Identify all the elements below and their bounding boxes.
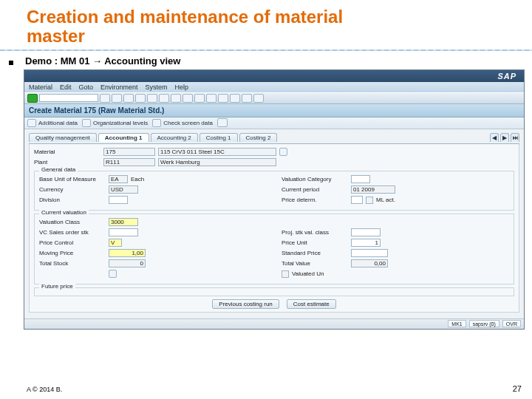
command-field[interactable] <box>39 94 98 102</box>
pvc-label: Proj. stk val. class <box>282 229 348 236</box>
punit-label: Price Unit <box>282 239 348 246</box>
mlact-label: ML act. <box>376 197 395 203</box>
sap-titlebar: SAP <box>24 70 524 82</box>
pctl-field[interactable]: V <box>109 239 122 247</box>
help-icon[interactable] <box>253 94 264 103</box>
vclass-field[interactable]: 3000 <box>109 218 138 226</box>
tab-costing2[interactable]: Costing 2 <box>239 133 278 142</box>
org-levels-button[interactable]: Organizational levels <box>82 119 148 127</box>
tab-costing1[interactable]: Costing 1 <box>200 133 238 142</box>
material-field[interactable]: 175 <box>103 148 155 156</box>
mprice-field[interactable]: 1,00 <box>109 249 146 257</box>
material-label: Material <box>34 149 100 155</box>
sprice-label: Standard Price <box>282 250 348 256</box>
newsession-icon[interactable] <box>230 94 240 103</box>
screen-title: Create Material 175 (Raw Material Std.) <box>24 104 524 117</box>
sap-standard-toolbar <box>24 92 524 104</box>
curper-label: Current period <box>282 186 348 193</box>
vcso-label: VC Sales order stk <box>39 229 106 236</box>
tval-field: 0,00 <box>351 259 388 267</box>
sprice-field[interactable] <box>351 249 388 257</box>
mlact-checkbox[interactable] <box>366 197 373 204</box>
buom-field[interactable]: EA <box>109 175 128 183</box>
pricedet-field[interactable] <box>351 196 363 204</box>
menu-material[interactable]: Material <box>29 83 52 91</box>
sap-body: Quality management Accounting 1 Accounti… <box>24 129 524 318</box>
menu-goto[interactable]: Goto <box>79 83 94 91</box>
find-icon[interactable] <box>159 94 169 103</box>
firstpage-icon[interactable] <box>183 94 193 103</box>
title-underline <box>0 50 532 51</box>
doc-icon <box>27 119 36 127</box>
plant-desc: Werk Hamburg <box>158 158 276 166</box>
current-valuation-group: Current valuation Valuation Class3000 VC… <box>34 214 514 284</box>
slide-title-line1: Creation and maintenance of material <box>27 7 343 27</box>
pvc-field[interactable] <box>351 228 381 236</box>
findnext-icon[interactable] <box>171 94 181 103</box>
sap-app-toolbar: Additional data Organizational levels Ch… <box>24 117 524 129</box>
menu-help[interactable]: Help <box>175 83 189 91</box>
save-icon[interactable] <box>100 94 110 103</box>
enter-icon[interactable] <box>27 94 38 103</box>
tab-scroll-end[interactable]: ⏭ <box>511 133 519 142</box>
layout-icon[interactable] <box>242 94 252 103</box>
slide-title-line2: master <box>27 26 85 46</box>
general-data-title: General data <box>39 166 78 173</box>
tab-scroll-left[interactable]: ◀ <box>490 133 499 142</box>
lastpage-icon[interactable] <box>218 94 228 103</box>
division-field[interactable] <box>109 196 128 204</box>
tabstrip: Quality management Accounting 1 Accounti… <box>29 132 519 144</box>
prev-costing-run-button[interactable]: Previous costing run <box>212 299 279 309</box>
info-button[interactable] <box>217 118 228 127</box>
status-server: sapsrv (0) <box>469 320 499 327</box>
pricedet-label: Price determ. <box>282 197 348 203</box>
pctl-label: Price Control <box>39 239 106 246</box>
material-desc: 115 CrV3 011 Steel 15C <box>158 148 276 156</box>
buom-label: Base Unit of Measure <box>39 176 106 183</box>
vclass-label: Valuation Class <box>39 219 106 225</box>
future-price-title: Future price <box>39 283 75 290</box>
cost-estimate-button[interactable]: Cost estimate <box>287 299 336 309</box>
punit-field[interactable]: 1 <box>351 239 381 247</box>
tstock-label: Total Stock <box>39 260 106 267</box>
sap-statusbar: MK1 sapsrv (0) OVR <box>24 318 524 329</box>
expand-icon[interactable] <box>109 270 117 278</box>
exit-icon[interactable] <box>123 94 134 103</box>
print-icon[interactable] <box>147 94 157 103</box>
tab-scroll-right[interactable]: ▶ <box>500 133 509 142</box>
curper-field: 01 2009 <box>351 185 395 194</box>
nextpage-icon[interactable] <box>206 94 216 103</box>
cancel-icon[interactable] <box>135 94 146 103</box>
valcat-field[interactable] <box>351 175 370 183</box>
tab-accounting2[interactable]: Accounting 2 <box>151 133 198 142</box>
tval-label: Total Value <box>282 260 348 267</box>
plant-field[interactable]: R111 <box>103 158 155 166</box>
tab-quality-mgmt[interactable]: Quality management <box>29 133 97 142</box>
valcat-label: Valuation Category <box>282 176 348 183</box>
valun-checkbox[interactable] <box>282 270 289 278</box>
additional-data-button[interactable]: Additional data <box>27 119 78 127</box>
slide-footer: A © 2014 B. <box>27 386 62 393</box>
mprice-label: Moving Price <box>39 250 106 256</box>
sap-window: SAP Material Edit Goto Environment Syste… <box>24 69 525 330</box>
currency-label: Currency <box>39 186 106 193</box>
sap-logo: SAP <box>493 72 521 81</box>
demo-bullet: Demo : MM 01 → Accounting view <box>25 55 180 66</box>
bullet-dot-icon <box>9 61 13 65</box>
currency-field[interactable]: USD <box>109 185 138 194</box>
slide-page-number: 27 <box>513 384 522 393</box>
buom-desc: Each <box>131 176 144 183</box>
back-icon[interactable] <box>112 94 122 103</box>
menu-edit[interactable]: Edit <box>60 83 72 91</box>
tab-accounting1[interactable]: Accounting 1 <box>98 133 149 142</box>
valun-label: Valuated Un <box>292 270 324 277</box>
check-screen-button[interactable]: Check screen data <box>152 119 213 127</box>
menu-system[interactable]: System <box>146 83 168 91</box>
sap-menubar[interactable]: Material Edit Goto Environment System He… <box>24 82 524 92</box>
vcso-field[interactable] <box>109 228 138 236</box>
status-system: MK1 <box>448 320 466 327</box>
menu-environment[interactable]: Environment <box>100 83 138 91</box>
info-icon[interactable] <box>279 148 287 156</box>
tab-panel: Material 175 115 CrV3 011 Steel 15C Plan… <box>29 144 519 313</box>
prevpage-icon[interactable] <box>194 94 205 103</box>
